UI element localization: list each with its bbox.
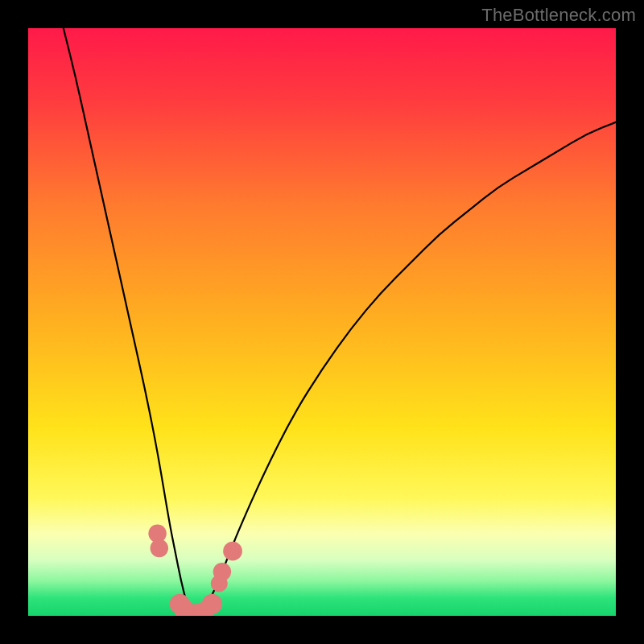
data-marker <box>202 594 222 614</box>
data-marker <box>151 539 168 557</box>
data-marker <box>213 563 231 580</box>
data-marker <box>223 542 242 561</box>
data-markers <box>148 525 242 616</box>
curve-layer <box>28 28 616 616</box>
watermark-text: TheBottleneck.com <box>481 5 636 26</box>
chart-frame: TheBottleneck.com <box>0 0 644 644</box>
plot-area <box>28 28 616 616</box>
bottleneck-curve <box>64 28 616 616</box>
